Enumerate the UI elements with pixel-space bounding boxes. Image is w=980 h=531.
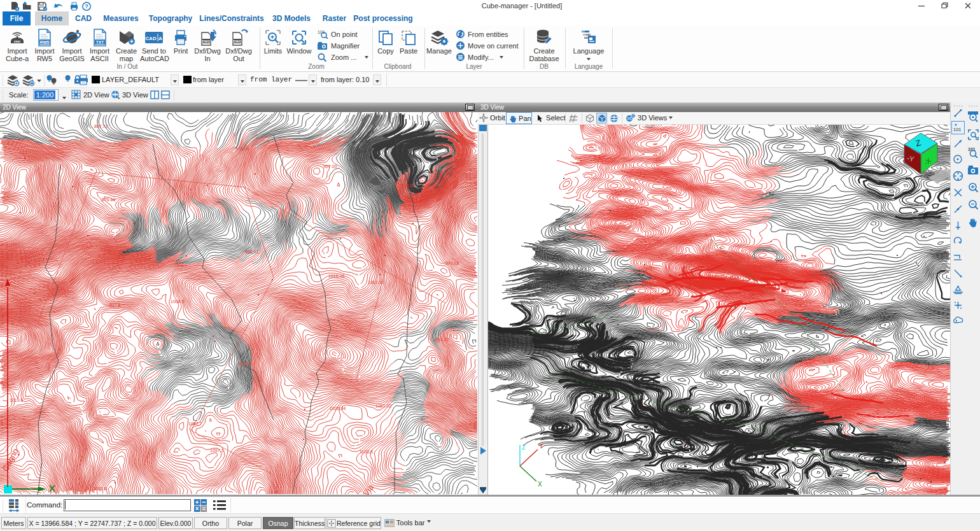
svg-text:1103.8: 1103.8 xyxy=(360,450,373,454)
svg-text:1051.02: 1051.02 xyxy=(433,337,449,342)
svg-text:1057.7: 1057.7 xyxy=(188,421,202,426)
svg-text:X: X xyxy=(538,481,542,488)
svg-text:963.65: 963.65 xyxy=(238,362,252,366)
svg-text:RW5: RW5 xyxy=(40,40,50,45)
svg-text:Cagno: Cagno xyxy=(1,447,20,473)
svg-text:1016.06: 1016.06 xyxy=(328,274,344,278)
svg-text:1008.5: 1008.5 xyxy=(171,299,185,304)
svg-text:917.8: 917.8 xyxy=(109,302,121,307)
svg-text:CAD: CAD xyxy=(145,36,157,41)
svg-text:976.00: 976.00 xyxy=(235,146,249,151)
svg-text:1097.1: 1097.1 xyxy=(210,448,224,453)
svg-text:DWG: DWG xyxy=(202,39,210,43)
svg-text:DWG: DWG xyxy=(233,39,241,43)
svg-text:979.08: 979.08 xyxy=(445,261,459,266)
svg-text:876.66: 876.66 xyxy=(102,197,116,202)
svg-text:Z: Z xyxy=(522,444,526,451)
svg-text:A: A xyxy=(158,36,162,41)
svg-text:?: ? xyxy=(85,3,88,10)
svg-text:867.72: 867.72 xyxy=(94,124,108,129)
svg-text:1019.8: 1019.8 xyxy=(10,398,24,402)
svg-text:1026.04: 1026.04 xyxy=(330,406,346,411)
svg-text:1033.6: 1033.6 xyxy=(93,486,107,491)
svg-text:938.06: 938.06 xyxy=(401,183,415,188)
svg-text:TXT: TXT xyxy=(95,40,103,45)
svg-text:1081.02: 1081.02 xyxy=(375,404,391,408)
svg-text:907.00: 907.00 xyxy=(323,164,337,169)
svg-text:966.01: 966.01 xyxy=(245,250,259,254)
svg-text:Via: Via xyxy=(361,482,375,495)
svg-text:1012.02: 1012.02 xyxy=(368,280,384,285)
svg-text:Y: Y xyxy=(539,442,543,450)
svg-text:101: 101 xyxy=(953,127,962,132)
